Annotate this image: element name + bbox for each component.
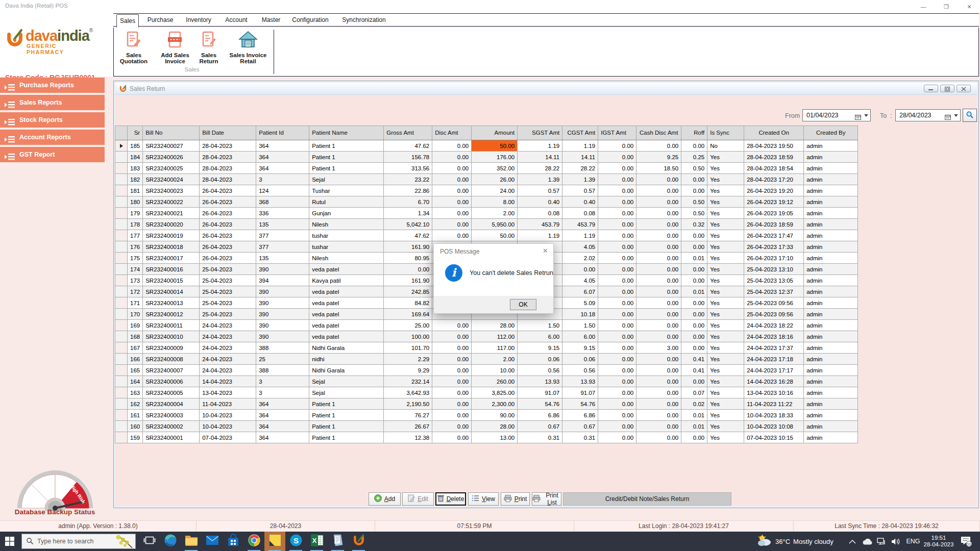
row-header[interactable]	[115, 174, 128, 185]
cell[interactable]: 0.00	[636, 286, 681, 297]
cell[interactable]: 2.00	[472, 354, 518, 365]
cell[interactable]: 28-04-2023	[200, 140, 256, 152]
cell[interactable]: 388	[256, 342, 309, 354]
cell[interactable]: 0.00	[432, 387, 472, 398]
cell[interactable]: 24-04-2023 17:17	[744, 365, 804, 376]
row-header[interactable]	[115, 320, 128, 331]
cell[interactable]: 0.00	[432, 376, 472, 387]
cell[interactable]: 0.00	[636, 196, 681, 208]
table-row[interactable]: 184SR23240002628-04-2023364Patient 1156.…	[115, 152, 858, 163]
cell[interactable]: 135	[256, 219, 309, 230]
cell[interactable]: 390	[256, 309, 309, 320]
cell[interactable]: Kavya patil	[309, 275, 384, 286]
cell[interactable]: 11-04-2023	[200, 398, 256, 410]
cell[interactable]: SR232400023	[143, 185, 200, 196]
cell[interactable]: admin	[804, 421, 858, 432]
cell[interactable]: 0.00	[598, 410, 636, 421]
cell[interactable]: 0.00	[636, 297, 681, 309]
child-maximize-icon[interactable]	[940, 85, 954, 92]
cell[interactable]: 28-04-2023 18:59	[744, 152, 804, 163]
cell[interactable]: 26-04-2023	[200, 219, 256, 230]
cell[interactable]: 28.00	[472, 421, 518, 432]
cell[interactable]: admin	[804, 320, 858, 331]
cell[interactable]: 47.62	[384, 140, 432, 152]
cell[interactable]: 26-04-2023	[200, 230, 256, 241]
cell[interactable]: tushar	[309, 241, 384, 253]
cell[interactable]: SR232400015	[143, 275, 200, 286]
cell[interactable]: 11-04-2023 11:22	[744, 398, 804, 410]
cell[interactable]: 26-04-2023	[200, 241, 256, 253]
cell[interactable]: SR232400010	[143, 331, 200, 342]
column-header-cgst-amt[interactable]: CGST Amt	[562, 126, 598, 140]
cell[interactable]: Sejal	[309, 376, 384, 387]
row-header[interactable]	[115, 253, 128, 264]
cell[interactable]: 0.00	[636, 174, 681, 185]
cell[interactable]: 0.00	[432, 230, 472, 241]
row-header[interactable]	[115, 432, 128, 443]
cell[interactable]: veda patel	[309, 331, 384, 342]
column-header-disc-amt[interactable]: Disc Amt	[432, 126, 472, 140]
cell[interactable]: 364	[256, 421, 309, 432]
tab-sales[interactable]: Sales	[116, 14, 139, 28]
cell[interactable]: admin	[804, 174, 858, 185]
tab-master[interactable]: Master	[258, 14, 284, 26]
cell[interactable]: 390	[256, 264, 309, 275]
cell[interactable]: 163	[128, 387, 143, 398]
cell[interactable]: 100.00	[384, 331, 432, 342]
cell[interactable]: SR232400013	[143, 297, 200, 309]
cell[interactable]: 54.76	[518, 398, 562, 410]
sidebar-item-purchase-reports[interactable]: Purchase Reports	[0, 78, 105, 93]
cell[interactable]: SR232400016	[143, 264, 200, 275]
cell[interactable]: 156.78	[384, 152, 432, 163]
cell[interactable]: SR232400027	[143, 140, 200, 152]
file-explorer-taskbar-button[interactable]	[181, 532, 202, 551]
cell[interactable]: 179	[128, 208, 143, 219]
cell[interactable]: 28.22	[562, 163, 598, 174]
cell[interactable]: 0.00	[598, 354, 636, 365]
column-header-patient-id[interactable]: Patient Id	[256, 126, 309, 140]
cell[interactable]: admin	[804, 230, 858, 241]
cell[interactable]: 0.40	[518, 196, 562, 208]
row-header[interactable]	[115, 410, 128, 421]
search-input[interactable]: Type here to search	[21, 534, 136, 549]
cell[interactable]: 170	[128, 309, 143, 320]
row-header[interactable]	[115, 354, 128, 365]
cell[interactable]: 0.00	[432, 410, 472, 421]
sidebar-item-account-reports[interactable]: Account Reports	[0, 130, 105, 145]
credit-debit-note-sales-return-button[interactable]: Credit/Debit Note/Sales Return	[563, 492, 731, 506]
cell[interactable]: 0.00	[636, 398, 681, 410]
cell[interactable]: 9.15	[562, 342, 598, 354]
tab-inventory[interactable]: Inventory	[182, 14, 215, 26]
cell[interactable]: 178	[128, 219, 143, 230]
cell[interactable]: 24-04-2023	[200, 365, 256, 376]
cell[interactable]: 0.00	[598, 398, 636, 410]
cell[interactable]: 25-04-2023 09:56	[744, 297, 804, 309]
cell[interactable]: 0.67	[562, 421, 598, 432]
cell[interactable]: 0.02	[681, 398, 707, 410]
cell[interactable]: SR232400005	[143, 387, 200, 398]
cell[interactable]: 164	[128, 376, 143, 387]
cell[interactable]: 0.00	[636, 365, 681, 376]
cell[interactable]: 0.00	[432, 421, 472, 432]
cell[interactable]: admin	[804, 163, 858, 174]
dialog-close-icon[interactable]: ✕	[543, 247, 548, 255]
cell[interactable]: 1.19	[518, 140, 562, 152]
cell[interactable]: 175	[128, 253, 143, 264]
cell[interactable]: 25.00	[384, 320, 432, 331]
cell[interactable]: 5,042.10	[384, 219, 432, 230]
cell[interactable]: 3	[256, 174, 309, 185]
cell[interactable]: 364	[256, 163, 309, 174]
cell[interactable]: 0.00	[598, 376, 636, 387]
cell[interactable]: 0.00	[636, 253, 681, 264]
excel-taskbar-button[interactable]: X	[306, 532, 327, 551]
cell[interactable]: 453.79	[562, 219, 598, 230]
cell[interactable]: 260.00	[472, 376, 518, 387]
cell[interactable]: 54.76	[562, 398, 598, 410]
cell[interactable]: Yes	[707, 309, 744, 320]
tab-synchronization[interactable]: Synchronization	[336, 14, 391, 26]
ribbon-button-sales-return[interactable]: Sales Return	[193, 31, 225, 67]
cell[interactable]: 28-04-2023 19:50	[744, 140, 804, 152]
cell[interactable]: 0.00	[681, 140, 707, 152]
cell[interactable]: 26-04-2023 17:33	[744, 241, 804, 253]
cell[interactable]: 10-04-2023	[200, 421, 256, 432]
